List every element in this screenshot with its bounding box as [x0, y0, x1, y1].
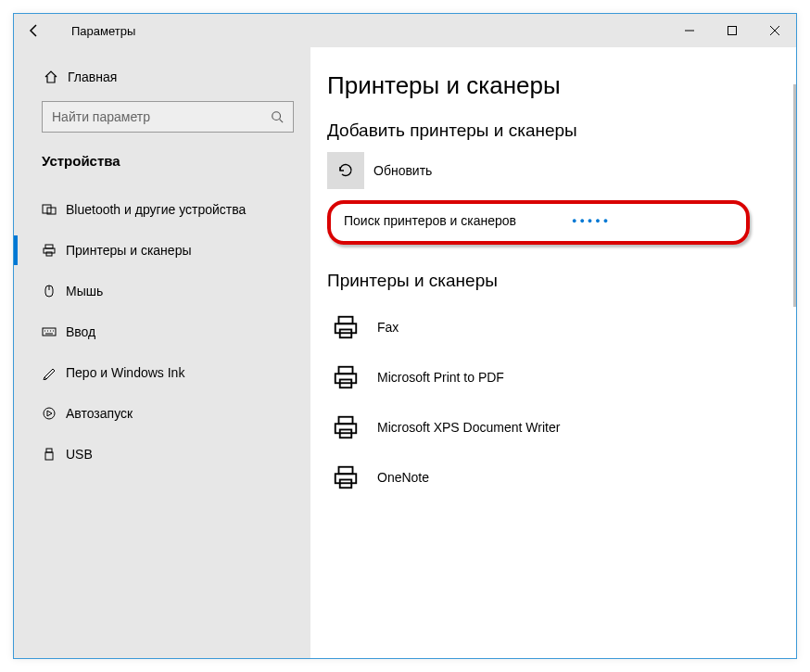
svg-rect-24 — [335, 374, 357, 383]
maximize-button[interactable] — [711, 14, 753, 47]
printer-icon — [327, 309, 364, 346]
back-button[interactable] — [27, 23, 55, 38]
printer-name: Fax — [377, 320, 399, 335]
sidebar-item-typing[interactable]: Ввод — [14, 311, 310, 352]
printer-item-xps[interactable]: Microsoft XPS Document Writer — [327, 402, 778, 452]
searching-status: Поиск принтеров и сканеров ●●●●● — [327, 200, 750, 245]
main-content: Принтеры и сканеры Добавить принтеры и с… — [310, 47, 796, 658]
close-button[interactable] — [753, 14, 796, 47]
add-heading: Добавить принтеры и сканеры — [327, 120, 778, 141]
svg-rect-11 — [43, 328, 56, 336]
svg-rect-20 — [339, 317, 353, 324]
printer-item-onenote[interactable]: OneNote — [327, 452, 778, 502]
titlebar: Параметры — [14, 14, 796, 47]
sidebar-item-label: Ввод — [66, 324, 95, 339]
sidebar-item-usb[interactable]: USB — [14, 434, 310, 475]
window-title: Параметры — [71, 24, 135, 38]
autoplay-icon — [42, 406, 66, 421]
minimize-button[interactable] — [668, 14, 711, 47]
home-link[interactable]: Главная — [14, 60, 310, 94]
home-icon — [44, 70, 68, 84]
sidebar-item-mouse[interactable]: Мышь — [14, 271, 310, 311]
search-icon — [271, 110, 284, 123]
page-title: Принтеры и сканеры — [327, 71, 778, 100]
progress-dots: ●●●●● — [572, 216, 611, 225]
sidebar-item-label: Автозапуск — [66, 406, 133, 421]
svg-point-2 — [272, 112, 281, 120]
printer-item-fax[interactable]: Fax — [327, 302, 778, 352]
search-input[interactable]: Найти параметр — [42, 101, 294, 133]
mouse-icon — [42, 284, 66, 298]
scrollbar[interactable] — [793, 84, 796, 307]
refresh-button[interactable] — [327, 152, 364, 189]
devices-icon — [42, 202, 66, 217]
search-placeholder: Найти параметр — [52, 109, 271, 124]
section-heading: Устройства — [14, 149, 310, 176]
sidebar: Главная Найти параметр Устройства Blueto… — [14, 47, 310, 658]
sidebar-item-label: Перо и Windows Ink — [66, 365, 184, 380]
refresh-label: Обновить — [373, 163, 432, 178]
sidebar-item-label: USB — [66, 447, 93, 462]
svg-rect-23 — [339, 367, 353, 374]
svg-rect-1 — [728, 27, 737, 35]
svg-rect-30 — [335, 474, 357, 483]
printer-icon — [327, 459, 364, 496]
svg-rect-6 — [45, 245, 53, 248]
svg-rect-21 — [335, 323, 357, 333]
sidebar-item-label: Мышь — [66, 284, 103, 298]
refresh-icon — [336, 161, 355, 180]
svg-rect-19 — [45, 452, 53, 460]
printer-icon — [42, 243, 66, 258]
svg-rect-26 — [339, 417, 353, 425]
sidebar-item-bluetooth[interactable]: Bluetooth и другие устройства — [14, 189, 310, 230]
svg-rect-27 — [335, 424, 357, 433]
usb-icon — [42, 447, 66, 462]
keyboard-icon — [42, 324, 66, 339]
pen-icon — [42, 365, 66, 380]
sidebar-item-label: Bluetooth и другие устройства — [66, 202, 246, 217]
svg-line-3 — [280, 120, 284, 123]
home-label: Главная — [68, 70, 117, 84]
sidebar-item-autoplay[interactable]: Автозапуск — [14, 393, 310, 434]
printer-item-pdf[interactable]: Microsoft Print to PDF — [327, 352, 778, 402]
svg-point-17 — [44, 408, 55, 419]
printer-icon — [327, 409, 364, 446]
printer-name: Microsoft Print to PDF — [377, 370, 504, 385]
svg-rect-18 — [46, 449, 52, 452]
printers-heading: Принтеры и сканеры — [327, 271, 778, 291]
printer-icon — [327, 359, 364, 396]
sidebar-item-printers[interactable]: Принтеры и сканеры — [14, 230, 310, 271]
sidebar-item-pen[interactable]: Перо и Windows Ink — [14, 352, 310, 393]
printer-name: OneNote — [377, 470, 429, 485]
searching-text: Поиск принтеров и сканеров — [344, 213, 516, 228]
printer-name: Microsoft XPS Document Writer — [377, 420, 560, 435]
sidebar-item-label: Принтеры и сканеры — [66, 243, 191, 258]
svg-rect-29 — [339, 467, 353, 475]
